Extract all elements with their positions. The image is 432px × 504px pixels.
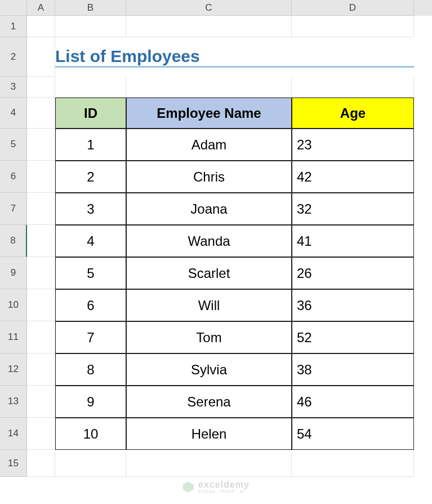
row-9: 9 5 Scarlet 26 (0, 257, 432, 289)
select-all-corner[interactable] (0, 0, 27, 16)
title-merged-cell[interactable]: List of Employees (55, 37, 414, 77)
row-header-10[interactable]: 10 (0, 289, 27, 321)
cell-A4[interactable] (27, 98, 55, 129)
table-header-id[interactable]: ID (55, 98, 126, 129)
cell-A8[interactable] (27, 225, 55, 257)
cell-name[interactable]: Tom (126, 321, 292, 353)
cell-name[interactable]: Scarlet (126, 257, 292, 289)
watermark-subtext: EXCEL · DATA · BI (198, 489, 250, 494)
row-header-9[interactable]: 9 (0, 257, 27, 289)
cell-C15[interactable] (126, 450, 292, 477)
row-6: 6 2 Chris 42 (0, 161, 432, 193)
cell-B15[interactable] (55, 450, 126, 477)
cell-A14[interactable] (27, 418, 55, 450)
col-header-A[interactable]: A (27, 0, 55, 16)
cell-id[interactable]: 7 (55, 321, 126, 353)
row-13: 13 9 Serena 46 (0, 386, 432, 418)
cell-id[interactable]: 10 (55, 418, 126, 450)
cell-A10[interactable] (27, 289, 55, 321)
cell-name[interactable]: Wanda (126, 225, 292, 257)
col-header-C[interactable]: C (126, 0, 292, 16)
row-4: 4 ID Employee Name Age (0, 98, 432, 129)
cell-name[interactable]: Sylvia (126, 353, 292, 386)
row-header-6[interactable]: 6 (0, 161, 27, 193)
watermark-logo-icon (182, 481, 194, 493)
cell-id[interactable]: 8 (55, 353, 126, 386)
cell-A5[interactable] (27, 129, 55, 161)
column-headers: A B C D (0, 0, 432, 16)
cell-age[interactable]: 32 (292, 193, 414, 225)
cell-age[interactable]: 52 (292, 321, 414, 353)
cell-A3[interactable] (27, 77, 55, 98)
row-header-7[interactable]: 7 (0, 193, 27, 225)
row-8: 8 4 Wanda 41 (0, 225, 432, 257)
cell-D1[interactable] (292, 16, 414, 37)
row-header-5[interactable]: 5 (0, 129, 27, 161)
cell-name[interactable]: Serena (126, 386, 292, 418)
row-header-2[interactable]: 2 (0, 37, 27, 77)
cell-age[interactable]: 42 (292, 161, 414, 193)
cell-id[interactable]: 2 (55, 161, 126, 193)
cell-age[interactable]: 41 (292, 225, 414, 257)
cell-A13[interactable] (27, 386, 55, 418)
row-1: 1 (0, 16, 432, 37)
spreadsheet: A B C D 1 2 List of Employees 3 4 ID Emp… (0, 0, 432, 504)
row-12: 12 8 Sylvia 38 (0, 353, 432, 386)
cell-id[interactable]: 3 (55, 193, 126, 225)
cell-A7[interactable] (27, 193, 55, 225)
cell-C3[interactable] (126, 77, 292, 98)
col-header-B[interactable]: B (55, 0, 126, 16)
cell-A11[interactable] (27, 321, 55, 353)
cell-A15[interactable] (27, 450, 55, 477)
cell-age[interactable]: 54 (292, 418, 414, 450)
row-14: 14 10 Helen 54 (0, 418, 432, 450)
watermark-text: exceldemy (198, 480, 250, 489)
cell-name[interactable]: Joana (126, 193, 292, 225)
cell-id[interactable]: 9 (55, 386, 126, 418)
row-header-4[interactable]: 4 (0, 98, 27, 129)
row-3: 3 (0, 77, 432, 98)
row-header-14[interactable]: 14 (0, 418, 27, 450)
row-header-1[interactable]: 1 (0, 16, 27, 37)
cell-B1[interactable] (55, 16, 126, 37)
cell-age[interactable]: 38 (292, 353, 414, 386)
cell-name[interactable]: Helen (126, 418, 292, 450)
row-header-15[interactable]: 15 (0, 450, 27, 477)
cell-A1[interactable] (27, 16, 55, 37)
cell-age[interactable]: 23 (292, 129, 414, 161)
row-10: 10 6 Will 36 (0, 289, 432, 321)
cell-id[interactable]: 5 (55, 257, 126, 289)
row-header-8[interactable]: 8 (0, 225, 27, 257)
table-header-age[interactable]: Age (292, 98, 414, 129)
cell-name[interactable]: Adam (126, 129, 292, 161)
cell-id[interactable]: 1 (55, 129, 126, 161)
row-header-3[interactable]: 3 (0, 77, 27, 98)
page-title: List of Employees (55, 47, 414, 68)
cell-name[interactable]: Chris (126, 161, 292, 193)
col-header-D[interactable]: D (292, 0, 414, 16)
cell-name[interactable]: Will (126, 289, 292, 321)
watermark: exceldemy EXCEL · DATA · BI (182, 480, 250, 494)
cell-A2[interactable] (27, 37, 55, 77)
cell-C1[interactable] (126, 16, 292, 37)
row-header-11[interactable]: 11 (0, 321, 27, 353)
cell-A9[interactable] (27, 257, 55, 289)
cell-age[interactable]: 26 (292, 257, 414, 289)
row-7: 7 3 Joana 32 (0, 193, 432, 225)
row-header-12[interactable]: 12 (0, 353, 27, 386)
row-2: 2 List of Employees (0, 37, 432, 77)
table-header-name[interactable]: Employee Name (126, 98, 292, 129)
row-5: 5 1 Adam 23 (0, 129, 432, 161)
cell-age[interactable]: 36 (292, 289, 414, 321)
cell-A12[interactable] (27, 353, 55, 386)
row-15: 15 (0, 450, 432, 477)
cell-A6[interactable] (27, 161, 55, 193)
row-11: 11 7 Tom 52 (0, 321, 432, 353)
cell-id[interactable]: 6 (55, 289, 126, 321)
cell-B3[interactable] (55, 77, 126, 98)
cell-id[interactable]: 4 (55, 225, 126, 257)
cell-age[interactable]: 46 (292, 386, 414, 418)
cell-D3[interactable] (292, 77, 414, 98)
row-header-13[interactable]: 13 (0, 386, 27, 418)
cell-D15[interactable] (292, 450, 414, 477)
